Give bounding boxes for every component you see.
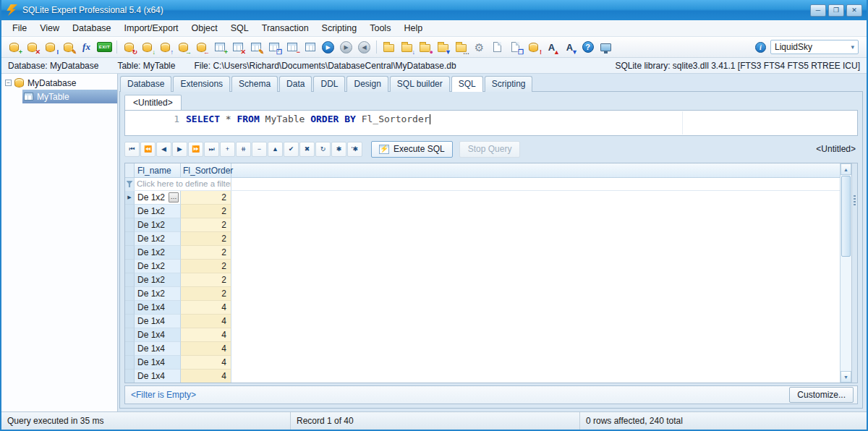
cell-fl-sortorder[interactable]: 4 (181, 342, 231, 356)
cell-fl-sortorder[interactable]: 4 (181, 301, 231, 315)
nav-goto-bookmark-button[interactable]: '✱ (347, 142, 362, 157)
row-selector[interactable]: ▶ (125, 191, 135, 205)
tab-schema[interactable]: Schema (231, 76, 278, 92)
menu-help[interactable]: Help (397, 21, 429, 35)
tab-database[interactable]: Database (120, 76, 171, 92)
splitter-grip-icon[interactable] (854, 195, 856, 207)
nav-edit-button[interactable]: ▲ (268, 142, 283, 157)
menu-file[interactable]: File (6, 21, 33, 35)
design-table-icon[interactable]: ✎ (247, 38, 265, 56)
empty-table-icon[interactable]: − (283, 38, 301, 56)
cell-fl-sortorder[interactable]: 4 (181, 315, 231, 328)
new-table-icon[interactable]: + (210, 38, 229, 56)
table-row[interactable]: De 1x22 (125, 287, 840, 301)
filter-placeholder[interactable]: Click here to define a filter (135, 178, 231, 190)
menu-view[interactable]: View (33, 21, 66, 35)
nav-prior-button[interactable]: ◀ (156, 142, 171, 157)
rename-database-icon[interactable]: I (41, 38, 59, 56)
nav-last-button[interactable]: ⏭ (204, 142, 219, 157)
vertical-scrollbar[interactable]: ▲ ▼ (840, 163, 851, 383)
table-row[interactable]: De 1x22 (125, 246, 840, 260)
sql-statement[interactable]: SELECT * FROM MyTable ORDER BY Fl_Sortor… (186, 114, 430, 124)
nav-post-button[interactable]: ✔ (284, 142, 299, 157)
cell-fl-sortorder[interactable]: 4 (181, 370, 231, 383)
cell-fl-name[interactable]: De 1x4 (135, 370, 181, 383)
table-row[interactable]: De 1x44 (125, 356, 840, 370)
column-header-fl-sortorder[interactable]: Fl_SortOrder (181, 163, 231, 177)
table-row[interactable]: De 1x44 (125, 342, 840, 356)
menu-transaction[interactable]: Transaction (255, 21, 315, 35)
nav-insert-button[interactable]: + (220, 142, 235, 157)
function-editor-icon[interactable]: fx (77, 38, 95, 56)
tab-design[interactable]: Design (346, 76, 388, 92)
step-forward-icon[interactable]: ▶ (337, 38, 355, 56)
cell-fl-name[interactable]: De 1x4 (135, 301, 181, 315)
cell-fl-name[interactable]: De 1x2… (135, 191, 181, 205)
import-database-icon[interactable]: ↓ (138, 38, 156, 56)
cell-fl-name[interactable]: De 1x2 (135, 273, 181, 287)
database-tools-icon[interactable]: ! (524, 38, 542, 56)
cell-fl-sortorder[interactable]: 4 (181, 328, 231, 342)
menu-import-export[interactable]: Import/Export (118, 21, 185, 35)
copy-document-icon[interactable]: ❐ (506, 38, 524, 56)
duplicate-table-icon[interactable]: ❐ (265, 38, 283, 56)
browse-scripts-icon[interactable]: … (452, 38, 470, 56)
filter-status-link[interactable]: <Filter is Empty> (129, 390, 196, 400)
new-script-folder-icon[interactable] (380, 38, 398, 56)
cell-fl-name[interactable]: De 1x4 (135, 356, 181, 370)
increase-font-icon[interactable]: A▲ (542, 38, 561, 56)
cell-fl-name[interactable]: De 1x2 (135, 246, 181, 260)
row-selector[interactable] (125, 315, 135, 328)
theme-dropdown[interactable]: LiquidSky ▾ (770, 40, 859, 54)
tree-expander-icon[interactable]: − (5, 80, 12, 86)
row-selector[interactable] (125, 246, 135, 260)
nav-next-page-button[interactable]: ⏩ (188, 142, 203, 157)
editor-tab-untitled[interactable]: <Untitled> (124, 95, 182, 110)
cell-fl-name[interactable]: De 1x2 (135, 218, 181, 232)
favorite-scripts-icon[interactable]: ● (416, 38, 434, 56)
cell-fl-name[interactable]: De 1x4 (135, 315, 181, 328)
cell-fl-sortorder[interactable]: 2 (181, 260, 231, 273)
open-script-icon[interactable]: ↓ (398, 38, 416, 56)
execute-sql-button[interactable]: ⚡ Execute SQL (371, 141, 453, 158)
nav-cancel-button[interactable]: ✖ (299, 142, 315, 157)
cell-fl-sortorder[interactable]: 2 (181, 273, 231, 287)
tree-node-table[interactable]: MyTable (1, 90, 117, 103)
cell-fl-name[interactable]: De 1x4 (135, 328, 181, 342)
cell-fl-sortorder[interactable]: 2 (181, 232, 231, 246)
cell-fl-name[interactable]: De 1x4 (135, 342, 181, 356)
drop-table-icon[interactable]: ✕ (229, 38, 247, 56)
right-splitter[interactable] (851, 163, 857, 383)
table-row[interactable]: De 1x44 (125, 315, 840, 328)
nav-next-button[interactable]: ▶ (172, 142, 187, 157)
table-row[interactable]: De 1x44 (125, 301, 840, 315)
table-row[interactable]: De 1x22 (125, 205, 840, 218)
new-database-icon[interactable]: + (5, 38, 23, 56)
cell-fl-sortorder[interactable]: 2 (181, 191, 231, 205)
tab-scripting[interactable]: Scripting (485, 76, 533, 92)
minimize-button[interactable]: ─ (810, 4, 826, 17)
row-selector[interactable] (125, 232, 135, 246)
row-selector[interactable] (125, 370, 135, 383)
cell-fl-name[interactable]: De 1x2 (135, 260, 181, 273)
row-selector[interactable] (125, 260, 135, 273)
new-document-icon[interactable] (488, 38, 506, 56)
detach-database-icon[interactable]: ← (192, 38, 210, 56)
row-selector[interactable] (125, 218, 135, 232)
tab-sql[interactable]: SQL (451, 76, 483, 92)
cell-fl-sortorder[interactable]: 2 (181, 218, 231, 232)
nav-append-button[interactable]: ⧺ (236, 142, 251, 157)
attach-database-icon[interactable]: → (174, 38, 192, 56)
save-script-icon[interactable]: ▼ (434, 38, 452, 56)
cell-fl-name[interactable]: De 1x2 (135, 232, 181, 246)
row-selector[interactable] (125, 301, 135, 315)
tab-extensions[interactable]: Extensions (173, 76, 230, 92)
decrease-font-icon[interactable]: A▼ (561, 38, 579, 56)
nav-first-button[interactable]: ⏮ (124, 142, 140, 157)
tree-selection-highlight[interactable]: MyTable (22, 90, 117, 103)
tab-ddl[interactable]: DDL (313, 76, 345, 92)
menu-tools[interactable]: Tools (363, 21, 397, 35)
close-database-icon[interactable]: ✕ (23, 38, 41, 56)
maximize-button[interactable]: ❐ (828, 4, 844, 17)
table-row[interactable]: De 1x44 (125, 328, 840, 342)
